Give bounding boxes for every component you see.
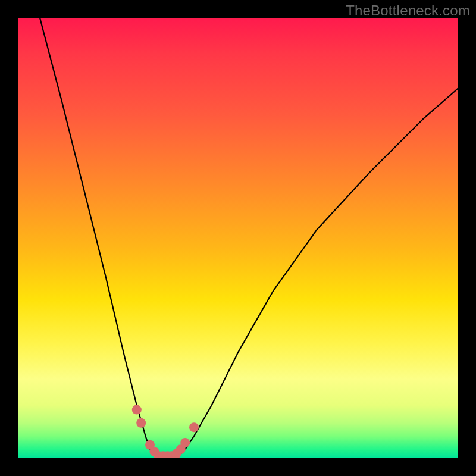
- chart-frame: TheBottleneck.com: [0, 0, 476, 476]
- highlight-point: [132, 405, 142, 415]
- curve-layer: [18, 18, 458, 458]
- watermark-text: TheBottleneck.com: [346, 2, 470, 19]
- highlight-point: [180, 438, 190, 447]
- highlight-markers: [132, 405, 199, 458]
- highlight-point: [189, 422, 199, 432]
- highlight-point: [136, 418, 146, 428]
- bottleneck-curve: [40, 18, 458, 458]
- plot-area: [18, 18, 458, 458]
